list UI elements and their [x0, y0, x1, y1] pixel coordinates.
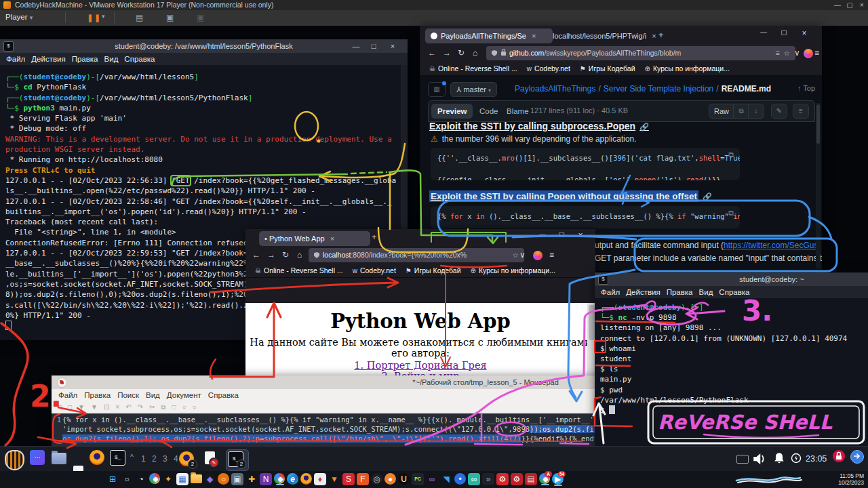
pocket-icon[interactable]: ∨ — [794, 48, 800, 58]
taskbar-file-explorer-icon[interactable] — [191, 474, 202, 483]
heading-popen-offset[interactable]: Exploit the SSTI by calling Popen withou… — [429, 191, 712, 201]
heading-subprocess-popen[interactable]: Exploit the SSTI by calling subprocess.P… — [429, 121, 649, 131]
anchor-link-icon[interactable]: 🔗 — [639, 123, 649, 131]
outline-icon[interactable]: ≡ — [793, 104, 809, 119]
mp-tool-5[interactable]: × — [115, 403, 119, 411]
taskbar-f-orange-app-icon[interactable]: F — [357, 473, 369, 485]
taskbar-search-icon[interactable]: ○ — [121, 473, 133, 485]
mp-tool-8[interactable]: ✂ — [149, 403, 155, 411]
github-scrollbar[interactable] — [816, 103, 821, 268]
taskbar-visual-studio-icon[interactable]: ∞ — [426, 473, 438, 485]
tab-close-icon[interactable]: × — [652, 32, 656, 40]
mp-tool-3[interactable]: ▼ — [91, 403, 98, 411]
taskbar-vscode-icon[interactable]: ◥ — [440, 473, 452, 485]
hamburger-menu-icon[interactable]: ≡ — [549, 250, 554, 260]
taskbar-s-red-app-icon[interactable]: S — [342, 473, 355, 485]
tab-localhost-phptwig[interactable]: localhost/lesson5/PHPTwig/i× — [547, 28, 661, 43]
taskbar-paint-app-icon[interactable]: ♦ — [314, 473, 326, 485]
mp-tool-4[interactable]: ⊡ — [104, 403, 109, 411]
firefox-launcher-icon[interactable] — [90, 450, 104, 465]
mp-tool-0[interactable]: □ — [58, 403, 62, 411]
menu-4[interactable]: Справка — [719, 288, 749, 296]
bookmark-1[interactable]: wCodeby.net — [353, 266, 396, 274]
mp-tool-2[interactable]: ▼ — [78, 403, 85, 411]
home-icon[interactable]: ⌂ — [297, 250, 302, 260]
panel-expander-icon[interactable]: ^ — [130, 453, 134, 461]
mp-menu-2[interactable]: Поиск — [117, 391, 139, 399]
fullscreen-icon[interactable]: ▣ — [166, 13, 174, 22]
file-manager-icon[interactable] — [52, 453, 66, 464]
bookmark-0[interactable]: ☠Online - Reverse Shell ... — [255, 266, 343, 274]
taskbar-start-icon[interactable]: ⊞ — [106, 473, 119, 485]
taskbar-vmware-app-icon[interactable]: ▣ — [231, 473, 243, 485]
mp-tool-12[interactable]: ○ — [193, 403, 197, 411]
reload-icon[interactable]: ↻ — [458, 48, 465, 58]
bookmark-2[interactable]: ⚑Игры Кодебай — [580, 64, 635, 73]
taskbar-onenote-app-icon[interactable]: N — [260, 473, 272, 485]
home-icon[interactable]: ⌂ — [473, 48, 477, 58]
taskbar-colorwheel-app-icon[interactable] — [149, 473, 160, 484]
taskbar-arrows-app-icon[interactable]: ✚ — [245, 473, 258, 485]
tab-python-web-app[interactable]: • Python Web App× — [259, 231, 370, 246]
taskbar-edge-icon[interactable]: e — [287, 473, 298, 485]
workspace-switcher[interactable]: 1 2 3 4 — [141, 454, 180, 464]
terminal-close-button[interactable]: × — [387, 39, 398, 53]
breadcrumb-folder-link[interactable]: Server Side Template Injection — [604, 84, 714, 94]
tab-code[interactable]: Code — [473, 104, 505, 119]
hamburger-menu-icon[interactable]: ≡ — [814, 48, 819, 58]
menu-1[interactable]: Действия — [626, 288, 660, 296]
twitter-link[interactable]: https://twitter.com/SecGus — [724, 241, 818, 250]
mp-menu-5[interactable]: Справка — [208, 391, 239, 399]
terminal-output[interactable]: ┌──(student@codeby)-[~]└─$ nc -nvlp 9898… — [595, 298, 868, 446]
taskbar-chrome-icon[interactable] — [274, 473, 285, 484]
open-terminal-window[interactable]: $_2 — [226, 450, 248, 470]
copy-code-icon[interactable]: ⧉ — [728, 209, 734, 218]
menu-2[interactable]: Правка — [72, 55, 98, 63]
taskbar-chrome-profile-icon[interactable]: A — [539, 473, 550, 484]
ff-minimize-button[interactable]: — — [757, 28, 770, 36]
mp-tool-11[interactable]: ○ — [182, 403, 186, 411]
taskbar-gauge-app-icon[interactable]: ◔ — [135, 473, 147, 485]
copy-code-icon[interactable]: ⧉ — [728, 150, 734, 159]
bookmark-star-icon[interactable]: ☆ — [784, 46, 790, 60]
taskbar-firefox-icon[interactable] — [300, 473, 312, 485]
forward-icon[interactable]: → — [267, 250, 275, 260]
kali-menu-icon[interactable] — [5, 450, 24, 470]
download-icon[interactable]: ↓ — [748, 104, 764, 119]
terminal-minimize-button[interactable]: — — [351, 39, 361, 53]
taskbar-gear-red-app-2-icon[interactable]: ⚙ — [511, 473, 523, 485]
host-close-button[interactable]: × — [856, 0, 868, 10]
forward-icon[interactable]: → — [443, 48, 451, 58]
taskbar-carrot-app-icon[interactable]: ▼ — [328, 473, 340, 485]
terminal-launcher-icon[interactable]: $_ — [110, 450, 125, 466]
mp-menu-0[interactable]: Файл — [58, 391, 77, 399]
logout-icon[interactable] — [850, 450, 864, 464]
pocket-icon[interactable]: ∨ — [519, 250, 526, 260]
file-tree-toggle-icon[interactable]: ▥ — [428, 82, 446, 97]
url-bar[interactable]: github.com/swisskyrepo/PayloadsAllTheThi… — [486, 46, 795, 60]
branch-selector[interactable]: Y master ▾ — [450, 82, 497, 97]
back-icon[interactable]: ← — [252, 250, 260, 260]
open-firefox-window[interactable]: 2 — [178, 450, 199, 470]
menu-1[interactable]: Действия — [31, 55, 65, 63]
menu-3[interactable]: Вид — [699, 288, 713, 296]
bookmark-star-icon[interactable]: ☆ — [513, 248, 519, 262]
reader-icon[interactable]: ≡ — [775, 46, 779, 60]
ff-close-button[interactable]: × — [797, 28, 811, 38]
unity-icon[interactable]: ▣ — [197, 13, 204, 22]
ctrl-alt-del-icon[interactable]: ▤ — [136, 13, 143, 22]
terminal-titlebar[interactable]: $ student@codeby: ~ — [595, 272, 868, 286]
edit-icon[interactable]: ✎ — [771, 104, 787, 119]
mp-tool-6[interactable]: ↶ — [125, 403, 131, 411]
show-desktop-icon[interactable] — [736, 455, 749, 464]
volume-icon[interactable] — [753, 452, 766, 468]
tab-payloadsallthethings[interactable]: PayloadsAllTheThings/Se× — [425, 28, 553, 43]
player-menu[interactable]: Player ▾ — [5, 13, 33, 21]
anchor-link-icon[interactable]: 🔗 — [703, 192, 712, 201]
taskbar-telegram-icon[interactable]: ▶54 — [552, 473, 564, 485]
bookmark-3[interactable]: ⊕Курсы по информаци... — [645, 64, 730, 73]
bookmark-1[interactable]: wCodeby.net — [527, 64, 570, 73]
menu-2[interactable]: Правка — [667, 288, 693, 296]
taskbar-obsidian-app-icon[interactable]: ◆ — [204, 473, 216, 485]
ff-minimize-button[interactable]: — — [536, 230, 549, 238]
